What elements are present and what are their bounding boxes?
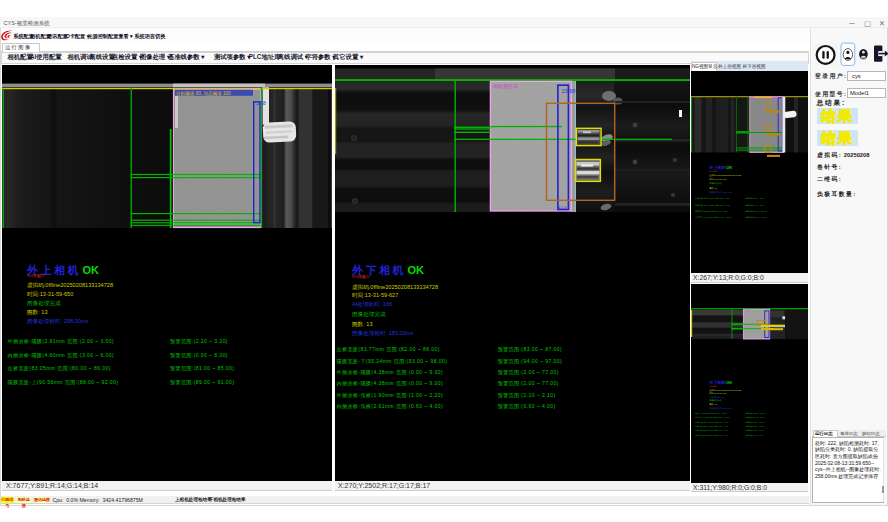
svg-text:预警范围:(2.00 ~ 77.00): 预警范围:(2.00 ~ 77.00) [745, 425, 764, 428]
svg-text:图像处理完成: 图像处理完成 [709, 181, 721, 185]
svg-text:预警范围:(2.00 ~ 77.00): 预警范围:(2.00 ~ 77.00) [498, 369, 559, 376]
svg-text:内侧余极-隔膜(4.38mm 范围:(0.00 ~ 9.00: 内侧余极-隔膜(4.38mm 范围:(0.00 ~ 9.00) [337, 380, 444, 387]
svg-text:外侧余极-隔膜(2.91mm 范围:(2.00 ~ 3.50: 外侧余极-隔膜(2.91mm 范围:(2.00 ~ 3.50) [8, 338, 115, 345]
svg-text:预警范围:(83.00 ~ 87.00): 预警范围:(83.00 ~ 87.00) [498, 346, 562, 353]
svg-text:预警范围:(0.00 ~ 8.00): 预警范围:(0.00 ~ 8.00) [170, 352, 228, 359]
svg-text:3.68: 3.68 [256, 100, 266, 106]
svg-text:内侧余极-负极(2.61mm 范围:(0.60 ~ 4.00: 内侧余极-负极(2.61mm 范围:(0.60 ~ 4.00) [695, 434, 729, 437]
svg-text:内侧余极-隔膜(4.60mm 范围:(3.00 ~ 6.00: 内侧余极-隔膜(4.60mm 范围:(3.00 ~ 6.00) [695, 204, 730, 207]
svg-text:外侧余极-隔膜(2.91mm 范围:(2.00 ~ 3.50: 外侧余极-隔膜(2.91mm 范围:(2.00 ~ 3.50) [695, 197, 730, 200]
svg-text:AI处理耗时: 166: AI处理耗时: 166 [709, 395, 725, 399]
svg-text:虚拟码:0ffline20250208133134728: 虚拟码:0ffline20250208133134728 [27, 282, 113, 288]
svg-text:NG屏蔽/0: NG屏蔽/0 [352, 274, 370, 280]
svg-text:内侧余极-隔膜(4.38mm 范围:(0.00 ~ 9.00: 内侧余极-隔膜(4.38mm 范围:(0.00 ~ 9.00) [695, 425, 729, 428]
svg-text:时间:13-31-59-650: 时间:13-31-59-650 [27, 291, 73, 298]
svg-text:时间:13-31-59-627: 时间:13-31-59-627 [709, 392, 727, 395]
svg-text:虚拟码:0ffline20250208133134728: 虚拟码:0ffline20250208133134728 [709, 174, 742, 177]
svg-text:外侧余极-负极(1.90mm 范围:(1.00 ~ 2.20: 外侧余极-负极(1.90mm 范围:(1.00 ~ 2.20) [695, 429, 729, 432]
svg-text:图像处理耗时: 183.00ms: 图像处理耗时: 183.00ms [352, 330, 413, 337]
svg-text:预警范围:(0.00 ~ 8.00): 预警范围:(0.00 ~ 8.00) [745, 204, 764, 207]
svg-text:N:1.3: N:1.3 [558, 206, 567, 210]
svg-text:外侧余极-隔膜(4.38mm 范围:(0.00 ~ 9.00: 外侧余极-隔膜(4.38mm 范围:(0.00 ~ 9.00) [337, 369, 444, 376]
svg-text:圈数: 13: 圈数: 13 [27, 309, 48, 316]
svg-text:外侧余极-隔膜(4.38mm 范围:(0.00 ~ 9.00: 外侧余极-隔膜(4.38mm 范围:(0.00 ~ 9.00) [695, 421, 729, 424]
svg-text:隔膜宽度-上(90.56mm 范围:(88.00 ~ 92.: 隔膜宽度-上(90.56mm 范围:(88.00 ~ 92.00) [695, 216, 732, 219]
svg-text:预警范围:(2.00 ~ 77.00): 预警范围:(2.00 ~ 77.00) [745, 421, 764, 424]
svg-text:圈数: 13: 圈数: 13 [352, 321, 373, 328]
svg-text:总极宽度(83.05mm 范围:(80.00 ~ 86.00: 总极宽度(83.05mm 范围:(80.00 ~ 86.00) [8, 365, 111, 372]
svg-text:隔膜宽度-上(90.56mm 范围:(88.00 ~ 92.: 隔膜宽度-上(90.56mm 范围:(88.00 ~ 92.00) [8, 379, 119, 386]
svg-text:图像处理耗时: 298.00ms: 图像处理耗时: 298.00ms [27, 318, 88, 325]
svg-text:预警范围:(89.00 ~ 91.00): 预警范围:(89.00 ~ 91.00) [170, 379, 234, 386]
svg-text:预警范围:(81.00 ~ 85.00): 预警范围:(81.00 ~ 85.00) [170, 365, 234, 372]
svg-text:预警范围:(1.10 ~ 2.10): 预警范围:(1.10 ~ 2.10) [498, 392, 556, 399]
svg-text:NG屏蔽(T: NG屏蔽(T [709, 170, 718, 173]
svg-text:隔膜宽度-下(95.24mm 范围:(93.00 ~ 98.: 隔膜宽度-下(95.24mm 范围:(93.00 ~ 98.00) [695, 416, 730, 419]
svg-text:预警范围:(0.60 ~ 4.00): 预警范围:(0.60 ~ 4.00) [745, 434, 763, 437]
svg-text:预警范围:(2.20 ~ 3.20): 预警范围:(2.20 ~ 3.20) [745, 197, 764, 200]
svg-text:预警范围:(94.00 ~ 97.00): 预警范围:(94.00 ~ 97.00) [498, 358, 562, 365]
svg-text:内侧余极-负极(2.61mm 范围:(0.60 ~ 4.00: 内侧余极-负极(2.61mm 范围:(0.60 ~ 4.00) [337, 403, 444, 410]
svg-text:预警范围:(83.00 ~ 87.00): 预警范围:(83.00 ~ 87.00) [745, 412, 765, 415]
svg-text:圈数: 13: 圈数: 13 [709, 403, 717, 406]
svg-text:虚拟码:0ffline20250208133134728: 虚拟码:0ffline20250208133134728 [352, 284, 438, 290]
svg-text:预警范围:(89.00 ~ 91.00): 预警范围:(89.00 ~ 91.00) [745, 216, 766, 219]
svg-text:总极宽度(83.05mm 范围:(80.00 ~ 86.00: 总极宽度(83.05mm 范围:(80.00 ~ 86.00) [694, 210, 729, 213]
svg-text:图像处理耗时: 298.00ms: 图像处理耗时: 298.00ms [709, 190, 732, 194]
svg-text:AI检测区域: AI检测区域 [493, 83, 518, 90]
svg-text:时间:13-31-59-650: 时间:13-31-59-650 [709, 178, 727, 181]
svg-text:图像处理完成: 图像处理完成 [709, 398, 721, 402]
svg-text:总极宽度(83.77mm 范围:(82.00 ~ 88.00: 总极宽度(83.77mm 范围:(82.00 ~ 88.00) [694, 412, 728, 415]
svg-text:内侧余极-隔膜(4.60mm 范围:(3.00 ~ 6.00: 内侧余极-隔膜(4.60mm 范围:(3.00 ~ 6.00) [8, 352, 115, 359]
svg-text:AI处理耗时: 166: AI处理耗时: 166 [352, 301, 392, 308]
svg-text:23.68: 23.68 [562, 88, 576, 94]
svg-text:虚拟码:0ffline20250208133134728: 虚拟码:0ffline20250208133134728 [709, 389, 742, 392]
svg-text:预警范围:(94.00 ~ 97.00): 预警范围:(94.00 ~ 97.00) [745, 416, 765, 419]
svg-text:外侧余极-负极(1.90mm 范围:(1.00 ~ 2.20: 外侧余极-负极(1.90mm 范围:(1.00 ~ 2.20) [337, 392, 444, 399]
svg-text:预警范围:(1.10 ~ 2.10): 预警范围:(1.10 ~ 2.10) [745, 429, 763, 432]
svg-text:NG屏蔽/0: NG屏蔽/0 [709, 385, 717, 388]
svg-text:隔膜宽度-下(95.24mm 范围:(93.00 ~ 98.: 隔膜宽度-下(95.24mm 范围:(93.00 ~ 98.00) [337, 358, 448, 365]
svg-text:预警范围:(2.00 ~ 77.00): 预警范围:(2.00 ~ 77.00) [498, 380, 559, 387]
svg-text:预警范围:(2.20 ~ 3.20): 预警范围:(2.20 ~ 3.20) [170, 338, 228, 345]
svg-text:总极宽度(83.77mm 范围:(82.00 ~ 88.00: 总极宽度(83.77mm 范围:(82.00 ~ 88.00) [337, 346, 440, 353]
svg-text:圈数: 13: 圈数: 13 [709, 187, 717, 190]
svg-text:NG屏蔽(T: NG屏蔽(T [27, 273, 45, 279]
svg-text:图像处理完成: 图像处理完成 [27, 300, 61, 307]
svg-text:图像处理完成: 图像处理完成 [352, 311, 386, 318]
svg-text:图像处理耗时: 183.00ms: 图像处理耗时: 183.00ms [709, 406, 732, 410]
svg-text:时间:13-31-59-627: 时间:13-31-59-627 [352, 292, 398, 299]
svg-text:预警范围:(0.60 ~ 4.00): 预警范围:(0.60 ~ 4.00) [498, 403, 556, 410]
svg-text:预警范围:(81.00 ~ 85.00): 预警范围:(81.00 ~ 85.00) [745, 210, 766, 213]
